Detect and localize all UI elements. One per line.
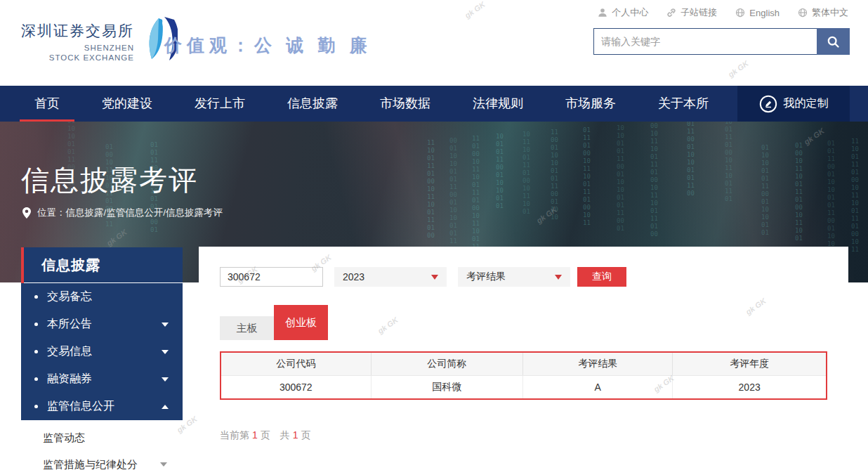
chevron-down-icon xyxy=(431,275,438,280)
sidebar-subitem-regulatory-measures[interactable]: 监管措施与纪律处分 xyxy=(21,451,183,475)
tab-main-board[interactable]: 主板 xyxy=(220,316,274,340)
globe-icon xyxy=(798,8,808,18)
company-code-input[interactable] xyxy=(220,267,323,287)
logo-name-en: SHENZHEN STOCK EXCHANGE xyxy=(21,43,134,63)
col-result: 考评结果 xyxy=(523,352,673,375)
chevron-down-icon xyxy=(160,462,167,467)
cell-result: A xyxy=(523,375,673,399)
chevron-down-icon xyxy=(162,377,169,382)
cell-year: 2023 xyxy=(673,375,827,399)
location-pin-icon xyxy=(22,207,31,219)
link-icon xyxy=(666,8,676,18)
bullet-icon xyxy=(34,377,38,381)
person-icon xyxy=(598,8,607,18)
top-bar: 深圳证券交易所 SHENZHEN STOCK EXCHANGE 价值观：公 诚 … xyxy=(0,0,868,86)
personal-center-link[interactable]: 个人中心 xyxy=(598,6,648,19)
english-link[interactable]: English xyxy=(735,8,780,18)
utility-links: 个人中心 子站链接 English 繁体中文 xyxy=(598,6,848,19)
traditional-chinese-link[interactable]: 繁体中文 xyxy=(798,6,848,19)
logo[interactable]: 深圳证券交易所 SHENZHEN STOCK EXCHANGE xyxy=(21,15,178,67)
nav-item-home[interactable]: 首页 xyxy=(31,86,63,122)
site-search-button[interactable] xyxy=(817,28,850,55)
page: 深圳证券交易所 SHENZHEN STOCK EXCHANGE 价值观：公 诚 … xyxy=(0,0,868,475)
search-icon xyxy=(827,35,840,48)
breadcrumb-text: 位置：信息披露/监管信息公开/信息披露考评 xyxy=(37,207,223,219)
logo-name-cn: 深圳证券交易所 xyxy=(21,21,134,41)
cell-company-code: 300672 xyxy=(221,375,371,399)
evaluation-result-table: 公司代码 公司简称 考评结果 考评年度 300672 国科微 A 2023 xyxy=(220,351,827,400)
year-select-value: 2023 xyxy=(343,271,364,282)
chevron-down-icon xyxy=(555,275,562,280)
bullet-icon xyxy=(34,405,38,408)
result-select-value: 考评结果 xyxy=(466,271,506,283)
bullet-icon xyxy=(34,295,38,299)
pagination-total-suffix: 页 xyxy=(301,429,311,441)
col-company-name: 公司简称 xyxy=(371,352,523,375)
table-row: 300672 国科微 A 2023 xyxy=(221,375,827,399)
tab-chinext[interactable]: 创业板 xyxy=(274,305,328,340)
site-search-input[interactable] xyxy=(593,28,817,55)
english-label: English xyxy=(749,8,780,18)
query-button[interactable]: 查询 xyxy=(577,267,626,287)
main-panel: 2023 考评结果 查询 主板 创业板 公司代码 公司简称 考评结果 考评年度 xyxy=(199,247,848,475)
pagination-page-word: 页 xyxy=(261,429,270,441)
pagination-total-prefix: 共 xyxy=(280,429,290,441)
nav-item-disclosure[interactable]: 信息披露 xyxy=(284,86,341,122)
total-page-number: 1 xyxy=(293,429,298,441)
chevron-down-icon xyxy=(162,323,169,327)
col-year: 考评年度 xyxy=(673,352,827,375)
nav-item-market-services[interactable]: 市场服务 xyxy=(562,86,619,122)
values-slogan: 价值观：公 诚 勤 廉 xyxy=(164,34,372,57)
my-customization-label: 我的定制 xyxy=(784,96,829,111)
page-title: 信息披露考评 xyxy=(21,161,198,200)
filter-bar: 2023 考评结果 查询 xyxy=(220,267,827,287)
sidebar-item-trading-memo[interactable]: 交易备忘 xyxy=(21,283,183,311)
nav-item-about[interactable]: 关于本所 xyxy=(655,86,712,122)
sidebar-item-exchange-notices[interactable]: 本所公告 xyxy=(21,311,183,338)
chevron-up-icon xyxy=(162,405,169,409)
result-select[interactable]: 考评结果 xyxy=(458,267,570,287)
sidebar-item-margin-trading[interactable]: 融资融券 xyxy=(21,365,183,393)
sidebar: 信息披露 交易备忘 本所公告 交易信息 融资融券 xyxy=(21,247,183,475)
bullet-icon xyxy=(34,323,38,326)
nav-item-listing[interactable]: 发行上市 xyxy=(191,86,249,122)
sidebar-subitem-regulatory-news[interactable]: 监管动态 xyxy=(21,424,183,451)
my-customization-button[interactable]: 我的定制 xyxy=(737,86,850,122)
bullet-icon xyxy=(34,350,38,353)
pagination: 当前第1页共1页 xyxy=(220,429,827,442)
pencil-circle-icon xyxy=(759,95,777,113)
nav-item-market-data[interactable]: 市场数据 xyxy=(376,86,434,122)
sidebar-title: 信息披露 xyxy=(21,247,183,283)
subsite-links-link[interactable]: 子站链接 xyxy=(666,6,717,19)
table-header-row: 公司代码 公司简称 考评结果 考评年度 xyxy=(221,352,827,375)
sidebar-menu: 交易备忘 本所公告 交易信息 融资融券 监管信息公开 xyxy=(21,283,183,420)
sidebar-item-regulatory-disclosure[interactable]: 监管信息公开 xyxy=(21,393,183,420)
main-nav: 首页 党的建设 发行上市 信息披露 市场数据 法律规则 市场服务 关于本所 我的… xyxy=(0,86,868,122)
year-select[interactable]: 2023 xyxy=(334,267,447,287)
personal-center-label: 个人中心 xyxy=(612,6,648,19)
sidebar-item-trading-info[interactable]: 交易信息 xyxy=(21,338,183,365)
breadcrumb: 位置：信息披露/监管信息公开/信息披露考评 xyxy=(22,207,223,219)
nav-item-party-building[interactable]: 党的建设 xyxy=(98,86,156,122)
globe-icon xyxy=(735,8,745,18)
current-page-number: 1 xyxy=(252,429,258,441)
site-search xyxy=(593,28,850,55)
sidebar-submenu: 监管动态 监管措施与纪律处分 xyxy=(21,420,183,475)
board-tabs: 主板 创业板 xyxy=(220,305,827,340)
col-company-code: 公司代码 xyxy=(221,352,371,375)
chevron-down-icon xyxy=(162,350,169,354)
nav-item-rules[interactable]: 法律规则 xyxy=(469,86,527,122)
logo-text: 深圳证券交易所 SHENZHEN STOCK EXCHANGE xyxy=(21,21,134,63)
cell-company-name: 国科微 xyxy=(371,375,523,399)
subsite-links-label: 子站链接 xyxy=(680,6,717,19)
traditional-chinese-label: 繁体中文 xyxy=(812,6,848,19)
pagination-prefix: 当前第 xyxy=(220,429,249,441)
